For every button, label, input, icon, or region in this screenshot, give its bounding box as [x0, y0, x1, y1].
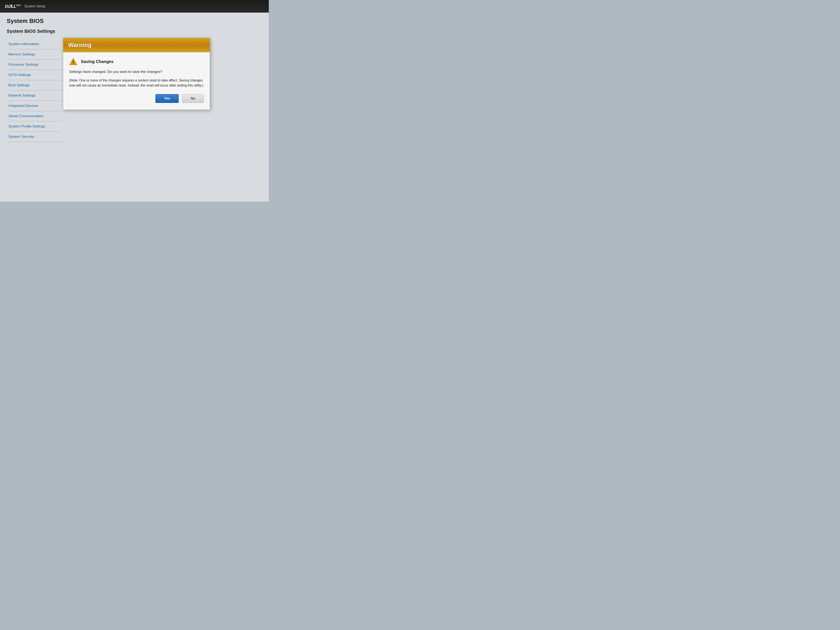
- dialog-saving-title: Saving Changes: [81, 59, 114, 64]
- dialog-header: Warning: [63, 38, 210, 52]
- warning-dialog: Warning ! Saving Changes Settings have c…: [63, 38, 210, 110]
- warning-triangle-icon: !: [69, 57, 77, 66]
- main-content: System BIOS System BIOS Settings System …: [0, 13, 269, 202]
- sidebar-item-system-profile-settings[interactable]: System Profile Settings: [7, 122, 61, 132]
- svg-text:!: !: [73, 60, 74, 65]
- sidebar: System Information Memory Settings Proce…: [7, 39, 61, 142]
- sidebar-item-serial-communication[interactable]: Serial Communication: [7, 111, 61, 122]
- top-bar-title: System Setup: [24, 5, 45, 8]
- dell-logo: D∅LLEMC: [5, 4, 21, 9]
- sidebar-item-integrated-devices[interactable]: Integrated Devices: [7, 101, 61, 111]
- dialog-saving-changes-row: ! Saving Changes: [69, 57, 204, 66]
- dialog-body: ! Saving Changes Settings have changed. …: [63, 52, 210, 110]
- sidebar-item-network-settings[interactable]: Network Settings: [7, 90, 61, 101]
- sidebar-item-system-information[interactable]: System Information: [7, 39, 61, 49]
- page-title: System BIOS: [7, 17, 262, 24]
- bios-settings-title: System BIOS Settings: [7, 28, 262, 34]
- top-bar: D∅LLEMC System Setup: [0, 0, 269, 13]
- dialog-note: (Note: One or more of the changes requir…: [69, 78, 204, 88]
- sidebar-item-sata-settings[interactable]: SATA Settings: [7, 70, 61, 80]
- no-button[interactable]: No: [182, 94, 204, 103]
- sidebar-item-boot-settings[interactable]: Boot Settings: [7, 80, 61, 90]
- dialog-title: Warning: [68, 42, 92, 48]
- yes-button[interactable]: Yes: [155, 94, 179, 103]
- dialog-message: Settings have changed. Do you want to sa…: [69, 69, 204, 74]
- sidebar-item-system-security[interactable]: System Security: [7, 132, 61, 142]
- dialog-buttons: Yes No: [69, 94, 204, 104]
- sidebar-item-processor-settings[interactable]: Processor Settings: [7, 60, 61, 70]
- sidebar-item-memory-settings[interactable]: Memory Settings: [7, 49, 61, 60]
